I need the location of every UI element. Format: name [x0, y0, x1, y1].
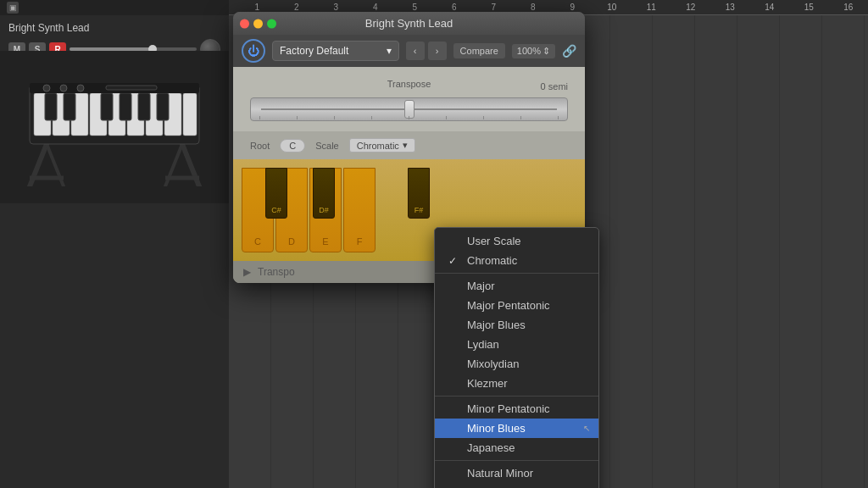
- ruler-mark: 4: [356, 3, 396, 12]
- ruler-mark: 8: [514, 3, 554, 12]
- svg-rect-15: [183, 93, 197, 136]
- key-fsharp[interactable]: F#: [408, 168, 430, 219]
- keyboard-area: [0, 51, 229, 203]
- menu-item-label: Chromatic: [467, 254, 585, 267]
- footer-label: Transpo: [258, 266, 295, 278]
- transpose-value: 0 semi: [517, 81, 568, 92]
- minimize-button[interactable]: [253, 19, 263, 28]
- svg-point-24: [60, 85, 67, 92]
- check-icon: ✓: [448, 255, 460, 267]
- transpose-label: Transpose: [387, 79, 431, 89]
- svg-rect-16: [45, 93, 57, 120]
- menu-item-label: Mixolydian: [467, 358, 585, 370]
- menu-item-label: Natural Minor: [467, 467, 585, 480]
- compare-button[interactable]: Compare: [453, 43, 505, 58]
- plugin-toolbar: ⏻ Factory Default ▾ ‹ › Compare 100% ⇕ 🔗: [233, 35, 585, 67]
- key-f[interactable]: F: [343, 168, 376, 252]
- scale-section: Root C Scale Chromatic ▾: [233, 131, 585, 159]
- key-c-label: C: [254, 236, 261, 247]
- plugin-navigation: ‹ ›: [406, 42, 447, 60]
- key-d-label: D: [288, 236, 295, 247]
- menu-item-chromatic[interactable]: ✓ Chromatic: [435, 251, 598, 270]
- menu-divider: [435, 460, 598, 461]
- root-label: Root: [250, 141, 270, 151]
- menu-item-label: Japanese: [467, 441, 585, 454]
- cursor-indicator: ↖: [583, 424, 590, 433]
- menu-item-major-pentatonic[interactable]: Major Pentatonic: [435, 296, 598, 315]
- key-fsharp-label: F#: [415, 206, 424, 214]
- svg-rect-18: [101, 93, 113, 120]
- menu-item-lydian[interactable]: Lydian: [435, 335, 598, 354]
- window-buttons: [240, 19, 276, 28]
- piano-keys: C C# D D# E F: [242, 168, 376, 252]
- ruler-mark: 13: [710, 3, 750, 12]
- play-button[interactable]: ▶: [243, 266, 251, 278]
- scale-selector[interactable]: Chromatic ▾: [349, 138, 415, 152]
- next-preset-button[interactable]: ›: [428, 42, 447, 60]
- scale-label-text: Scale: [315, 141, 339, 151]
- ruler-mark: 9: [553, 3, 593, 12]
- svg-rect-19: [120, 93, 131, 120]
- menu-item-japanese[interactable]: Japanese: [435, 438, 598, 458]
- prev-preset-button[interactable]: ‹: [406, 42, 425, 60]
- key-csharp[interactable]: C#: [265, 168, 287, 219]
- menu-item-label: Klezmer: [467, 377, 585, 390]
- ruler-marks: 1 2 3 4 5 6 7 8 9 10 11 12 13 14 15 16: [229, 3, 868, 12]
- transpose-section: Transpose 0 semi: [233, 67, 585, 131]
- menu-item-major-blues[interactable]: Major Blues: [435, 315, 598, 335]
- menu-item-label: Minor Blues: [467, 422, 585, 435]
- preset-label: Factory Default: [280, 45, 348, 57]
- ruler-mark: 16: [829, 3, 869, 12]
- ruler-mark: 11: [632, 3, 671, 12]
- menu-item-natural-minor[interactable]: Natural Minor: [435, 463, 598, 483]
- plugin-titlebar: Bright Synth Lead: [233, 12, 585, 35]
- menu-item-minor-pentatonic[interactable]: Minor Pentatonic: [435, 399, 598, 419]
- ruler-mark: 15: [789, 3, 829, 12]
- zoom-arrows-icon: ⇕: [542, 46, 550, 57]
- zoom-value: 100%: [517, 46, 541, 56]
- menu-item-user-scale[interactable]: User Scale: [435, 231, 598, 251]
- key-csharp-label: C#: [271, 206, 281, 214]
- ruler-mark: 3: [316, 3, 356, 12]
- preset-selector[interactable]: Factory Default ▾: [272, 41, 399, 61]
- ruler-mark: 2: [277, 3, 317, 12]
- dropdown-arrow-icon: ▾: [387, 45, 392, 57]
- ruler-mark: 10: [593, 3, 632, 12]
- zoom-control[interactable]: 100% ⇕: [512, 44, 555, 58]
- menu-item-mixolydian[interactable]: Mixolydian: [435, 354, 598, 374]
- scale-arrow-icon: ▾: [403, 140, 408, 151]
- close-button[interactable]: [240, 19, 249, 28]
- menu-item-harmonic-minor[interactable]: Harmonic Minor: [435, 483, 598, 488]
- link-icon[interactable]: 🔗: [562, 44, 576, 58]
- root-selector[interactable]: C: [280, 139, 305, 152]
- menu-item-label: Lydian: [467, 338, 585, 351]
- svg-point-25: [77, 85, 84, 92]
- ruler-mark: 1: [237, 3, 277, 12]
- svg-rect-17: [64, 93, 75, 120]
- transpose-slider[interactable]: [250, 97, 568, 121]
- key-dsharp[interactable]: D#: [313, 168, 335, 219]
- plugin-title: Bright Synth Lead: [365, 17, 453, 30]
- root-value: C: [289, 141, 296, 151]
- menu-item-minor-blues[interactable]: Minor Blues ↖: [435, 419, 598, 438]
- key-f-label: F: [357, 236, 363, 247]
- slider-marks: [251, 116, 567, 119]
- menu-item-label: Major: [467, 280, 585, 292]
- key-dsharp-label: D#: [319, 206, 329, 214]
- menu-item-label: Minor Pentatonic: [467, 402, 585, 415]
- ruler-mark: 6: [435, 3, 475, 12]
- ruler-mark: 14: [750, 3, 790, 12]
- scale-value: Chromatic: [357, 141, 399, 151]
- left-sidebar: ▣ Bright Synth Lead M S R: [0, 0, 229, 488]
- maximize-button[interactable]: [267, 19, 276, 28]
- menu-divider: [435, 273, 598, 274]
- power-button[interactable]: ⏻: [242, 39, 265, 63]
- menu-divider: [435, 396, 598, 396]
- menu-item-klezmer[interactable]: Klezmer: [435, 374, 598, 393]
- ruler-mark: 7: [474, 3, 514, 12]
- svg-rect-21: [157, 93, 169, 120]
- key-e-label: E: [322, 236, 328, 247]
- menu-item-major[interactable]: Major: [435, 276, 598, 296]
- ruler-mark: 12: [671, 3, 711, 12]
- sidebar-icon: ▣: [7, 2, 19, 14]
